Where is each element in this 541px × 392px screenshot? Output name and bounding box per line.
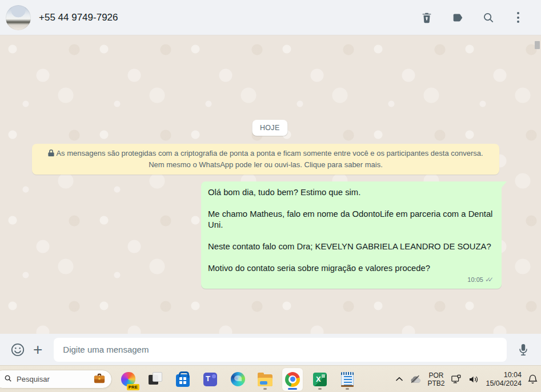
running-indicator <box>318 388 322 390</box>
delete-trash-icon[interactable] <box>420 11 434 25</box>
taskbar-excel-button[interactable] <box>310 368 330 391</box>
file-explorer-icon <box>258 374 272 386</box>
system-tray: POR PTB2 10:04 15/04/2024 <box>395 366 538 392</box>
message-text: Me chamo Matheus, falo em nome da Odonto… <box>208 209 494 231</box>
search-icon[interactable] <box>482 11 495 25</box>
header-actions <box>420 11 524 25</box>
taskbar-app-icons: PRE <box>118 366 358 392</box>
search-icon <box>4 374 12 385</box>
google-chrome-icon <box>285 372 300 387</box>
running-indicator <box>346 388 349 390</box>
clock-date: 15/04/2024 <box>486 379 522 388</box>
message-text: Motivo do contato seria sobre migração e… <box>208 263 494 274</box>
taskbar-search-placeholder: Pesquisar <box>17 375 93 383</box>
taskbar-file-explorer-button[interactable] <box>255 368 275 391</box>
bubble-tail <box>501 181 507 188</box>
onedrive-paused-icon[interactable] <box>410 375 421 383</box>
volume-icon[interactable] <box>468 375 479 384</box>
microphone-icon[interactable] <box>516 342 531 357</box>
message-bubble[interactable]: Olá bom dia, tudo bem? Estimo que sim. M… <box>201 181 502 289</box>
message-input[interactable] <box>54 338 507 362</box>
taskbar-edge-button[interactable] <box>227 368 248 391</box>
chevron-up-icon[interactable] <box>395 377 403 382</box>
microsoft-edge-icon <box>231 372 245 386</box>
message-text: Neste contato falo com Dra; KEVELYN GABR… <box>208 241 494 252</box>
excel-icon <box>313 373 327 386</box>
language-line1: POR <box>427 371 444 379</box>
date-badge: HOJE <box>252 120 288 136</box>
chat-header: +55 44 9749-7926 <box>0 0 541 35</box>
message-text: Olá bom dia, tudo bem? Estimo que sim. <box>208 187 494 198</box>
taskbar-task-view-button[interactable] <box>145 368 166 391</box>
encryption-notice-text: As mensagens são protegidas com a cripto… <box>56 149 483 169</box>
microsoft-store-icon <box>176 374 190 387</box>
copilot-pre-badge: PRE <box>127 384 139 390</box>
running-indicator <box>263 388 267 390</box>
bell-icon[interactable] <box>528 374 538 385</box>
clock-time: 10:04 <box>486 371 522 379</box>
message-composer: + <box>0 334 541 365</box>
taskbar-copilot-button[interactable]: PRE <box>118 368 138 391</box>
menu-kebab-icon[interactable] <box>512 11 524 24</box>
delivered-double-check-icon: ✓✓ <box>485 274 494 285</box>
taskbar-microsoft-store-button[interactable] <box>173 368 193 391</box>
message-timestamp: 10:05 <box>467 274 483 285</box>
network-display-icon[interactable] <box>451 374 462 385</box>
notepad-icon <box>341 372 354 386</box>
lock-icon <box>48 148 54 159</box>
active-indicator <box>288 388 297 390</box>
encryption-notice[interactable]: As mensagens são protegidas com a cripto… <box>32 144 499 175</box>
contact-phone-title[interactable]: +55 44 9749-7926 <box>39 12 420 23</box>
emoji-smiley-icon[interactable] <box>10 342 25 357</box>
language-indicator[interactable]: POR PTB2 <box>427 371 444 387</box>
taskbar-teams-button[interactable] <box>200 368 221 391</box>
taskbar-clock[interactable]: 10:04 15/04/2024 <box>486 371 522 388</box>
label-icon[interactable] <box>451 11 464 25</box>
microsoft-teams-icon <box>203 373 217 386</box>
attach-plus-icon[interactable]: + <box>33 343 42 357</box>
windows-taskbar: Pesquisar PRE <box>0 365 541 392</box>
taskbar-search-box[interactable]: Pesquisar <box>0 370 112 389</box>
taskbar-chrome-button[interactable] <box>282 368 303 391</box>
chat-scrollbar-thumb[interactable] <box>535 41 540 49</box>
message-meta: 10:05 ✓✓ <box>208 276 494 284</box>
outgoing-message-group: Olá bom dia, tudo bem? Estimo que sim. M… <box>201 181 502 289</box>
taskbar-notepad-button[interactable] <box>337 368 358 391</box>
contact-avatar[interactable] <box>6 5 31 30</box>
language-line2: PTB2 <box>427 379 444 387</box>
briefcase-icon <box>93 373 106 386</box>
chat-body: HOJE As mensagens são protegidas com a c… <box>0 35 541 334</box>
